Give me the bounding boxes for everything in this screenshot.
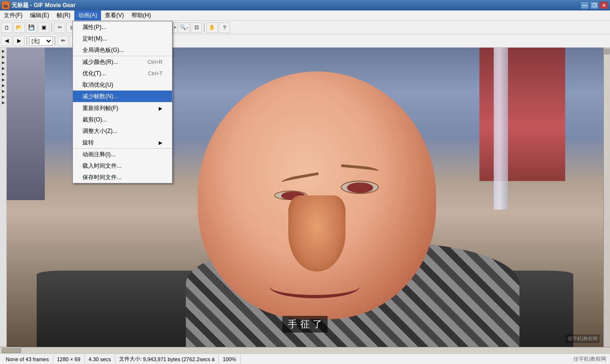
- frame-arrow-3[interactable]: ▶: [1, 60, 6, 65]
- status-bar: None of 43 frames 1280 × 69 4.30 secs 文件…: [0, 354, 610, 364]
- title-bar-left: 🎬 无标题 - GIF Movie Gear: [2, 1, 76, 10]
- frame-arrow-2[interactable]: ▶: [1, 54, 6, 59]
- bottom-scrollbar[interactable]: [0, 347, 610, 354]
- frame-arrow-8[interactable]: ▶: [1, 89, 6, 93]
- cut-button[interactable]: ✂: [54, 22, 65, 33]
- iris-right: [347, 182, 373, 193]
- question-button[interactable]: ?: [219, 22, 230, 33]
- frame-arrow-7[interactable]: ▶: [1, 83, 6, 88]
- menu-reduce-frames[interactable]: 减少帧数(N)...: [73, 91, 172, 102]
- menu-file[interactable]: 文件(F): [0, 10, 26, 20]
- menu-section-4: 动画注释(I)... 载入时间文件... 保存时间文件...: [73, 149, 172, 183]
- frame-arrow-6[interactable]: ▶: [1, 77, 6, 82]
- frame-nav-left[interactable]: ◀: [1, 36, 12, 46]
- window-title: 无标题 - GIF Movie Gear: [11, 1, 76, 10]
- subtitle: 手 征 了: [282, 316, 327, 333]
- menu-optimize[interactable]: 优化(T)... Ctrl+T: [73, 68, 172, 79]
- building-right: [479, 48, 565, 181]
- menu-load-timing[interactable]: 载入时间文件...: [73, 160, 172, 172]
- separator5: [204, 23, 204, 32]
- close-button[interactable]: ✕: [600, 1, 608, 9]
- left-sidebar: ▶ ▶ ▶ ▶ ▶ ▶ ▶ ▶ ▶ ▶: [0, 48, 7, 347]
- title-bar: 🎬 无标题 - GIF Movie Gear — ❐ ✕: [0, 0, 610, 10]
- menu-timing[interactable]: 定时(M)...: [73, 33, 172, 44]
- mouth-smile: [269, 274, 360, 298]
- frame-arrow-5[interactable]: ▶: [1, 71, 6, 76]
- separator6: [27, 36, 27, 46]
- dropdown-menu: 属性(P)... 定时(M)... 全局调色板(G)... 减少颜色(R)...…: [72, 21, 173, 183]
- zoom-out-button[interactable]: 🔍-: [178, 22, 190, 33]
- nose: [288, 195, 346, 272]
- brow-left: [281, 172, 319, 186]
- status-duration: 4.30 secs: [85, 354, 115, 364]
- menu-help[interactable]: 帮助(H): [128, 10, 155, 20]
- pillar: [494, 48, 508, 210]
- menu-resize[interactable]: 调整大小(Z)...: [73, 125, 172, 137]
- separator7: [55, 36, 55, 46]
- saveas-button[interactable]: ▣: [38, 22, 50, 33]
- save-button[interactable]: 💾: [26, 22, 37, 33]
- head-layer: [198, 71, 436, 319]
- status-zoom: 100%: [219, 354, 240, 364]
- menu-rotate[interactable]: 旋转 ▶: [73, 137, 172, 148]
- frame-arrow-10[interactable]: ▶: [1, 100, 6, 105]
- frame-arrow-4[interactable]: ▶: [1, 66, 6, 71]
- menu-properties[interactable]: 属性(P)...: [73, 21, 172, 33]
- menu-section-1: 属性(P)... 定时(M)... 全局调色板(G)...: [73, 21, 172, 56]
- right-scrollbar[interactable]: [603, 48, 610, 347]
- frame-arrow-9[interactable]: ▶: [1, 94, 6, 99]
- menu-section-3: 重新排列帧(F) ▶ 裁剪(O)... 调整大小(Z)... 旋转 ▶: [73, 102, 172, 149]
- status-watermark: 佳字机|教程网: [573, 355, 608, 363]
- menu-global-palette[interactable]: 全局调色板(G)...: [73, 44, 172, 56]
- menu-crop[interactable]: 裁剪(O)...: [73, 114, 172, 125]
- menu-reduce-color[interactable]: 减少颜色(R)... Ctrl+R: [73, 56, 172, 68]
- edit-frame-button[interactable]: ✏: [57, 36, 69, 46]
- status-dimensions: 1280 × 69: [53, 354, 85, 364]
- frame-select[interactable]: [无]: [29, 36, 53, 46]
- menu-section-2: 减少颜色(R)... Ctrl+R 优化(T)... Ctrl+T 取消优化(U…: [73, 56, 172, 102]
- frame-nav-right[interactable]: ▶: [13, 36, 25, 46]
- scrollbar-thumb[interactable]: [604, 49, 610, 54]
- open-button[interactable]: 📂: [13, 22, 25, 33]
- status-frames: None of 43 frames: [2, 354, 53, 364]
- title-bar-buttons: — ❐ ✕: [580, 1, 608, 9]
- menu-view[interactable]: 查看(V): [101, 10, 128, 20]
- building-left: [7, 48, 45, 200]
- horizontal-scrollbar-thumb[interactable]: [2, 348, 21, 353]
- menu-save-timing[interactable]: 保存时间文件...: [73, 172, 172, 183]
- menu-comment[interactable]: 动画注释(I)...: [73, 149, 172, 160]
- separator1: [51, 23, 52, 32]
- brow-right: [340, 164, 379, 174]
- menu-rearrange[interactable]: 重新排列帧(F) ▶: [73, 102, 172, 114]
- status-filesize: 文件大小: 9,943,971 bytes (2762.2secs á: [115, 354, 219, 364]
- minimize-button[interactable]: —: [580, 1, 589, 9]
- eye-right: [341, 181, 379, 194]
- zoom-fit-button[interactable]: ⊡: [191, 22, 202, 33]
- menu-edit[interactable]: 编辑(E): [26, 10, 53, 20]
- restore-button[interactable]: ❐: [590, 1, 599, 9]
- hand-tool-button[interactable]: ✋: [206, 22, 218, 33]
- menu-frame[interactable]: 帧(R): [53, 10, 74, 20]
- app-icon: 🎬: [2, 1, 10, 9]
- menu-bar: 文件(F) 编辑(E) 帧(R) 动画(A) 查看(V) 帮助(H): [0, 10, 610, 21]
- menu-deoptimize[interactable]: 取消优化(U): [73, 79, 172, 91]
- frame-arrow-1[interactable]: ▶: [1, 49, 6, 53]
- menu-animate[interactable]: 动画(A): [74, 10, 101, 20]
- new-button[interactable]: 🗋: [1, 22, 12, 33]
- watermark: 佳字机|教程网: [566, 334, 600, 343]
